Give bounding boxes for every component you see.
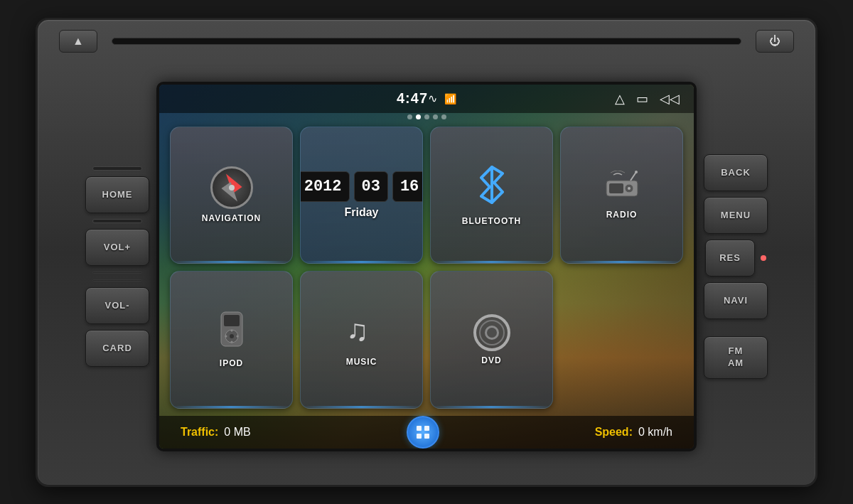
back-button[interactable]: BACK [704,154,768,191]
screen-wrapper: 4:47 ∿ 📶 △ ▭ ◁◁ [156,82,697,451]
svg-line-6 [631,172,636,181]
radio-tile[interactable]: RADIO [560,127,683,264]
speed-info: Speed: 0 km/h [595,426,672,439]
svg-rect-3 [609,183,623,193]
traffic-info: Traffic: 0 MB [181,426,251,439]
svg-rect-17 [417,426,422,431]
card-button[interactable]: CARD [85,330,149,367]
dvd-label: DVD [481,355,501,365]
status-time: 4:47 [397,90,428,107]
bluetooth-tile[interactable]: BLUETOOTH [430,127,553,264]
cd-slot [112,38,741,45]
date-display: 2012 03 16 [300,171,423,202]
grid-button[interactable] [407,416,439,449]
radio-icon [603,171,640,205]
left-slider-mid2 [92,272,142,274]
month-display: 03 [354,171,388,202]
svg-point-13 [230,341,232,343]
page-dot-5 [441,114,446,119]
dvd-outer-ring [479,320,505,345]
page-dot-1 [407,114,412,119]
left-slider-mid3 [92,279,142,282]
grid-icon [415,424,431,440]
car-unit: ▲ ⏻ HOME VOL+ VOL- CARD 4:47 ∿ [36,18,817,487]
day-display: 16 [392,171,423,202]
res-button[interactable]: RES [705,240,755,277]
svg-point-7 [635,171,638,173]
power-button[interactable]: ⏻ [756,30,794,53]
music-tile[interactable]: ♫ MUSIC [300,271,423,409]
ipod-label: IPOD [220,358,243,368]
page-dot-4 [433,114,438,119]
svg-point-11 [230,334,234,338]
home-button[interactable]: HOME [85,176,149,213]
bottom-bar: Traffic: 0 MB Speed: 0 km/h [159,416,694,449]
left-slider-mid1 [92,219,142,223]
speed-value: 0 km/h [638,426,672,439]
compass-center [229,185,235,191]
bluetooth-label: BLUETOOTH [462,216,521,226]
music-icon: ♫ [343,312,380,353]
wifi-icon: ∿ [428,92,437,105]
svg-marker-1 [481,167,492,203]
bluetooth-icon [473,163,511,212]
svg-marker-0 [492,167,503,203]
top-bar: ▲ ⏻ [38,30,815,53]
svg-point-12 [230,330,232,332]
home-screen-icon[interactable]: △ [615,91,625,107]
app-grid: NAVIGATION 2012 03 16 Friday [159,119,694,416]
radio-label: RADIO [606,210,638,220]
page-dots [159,114,694,119]
traffic-value: 0 MB [224,426,250,439]
speed-label: Speed: [595,426,633,439]
screen: 4:47 ∿ 📶 △ ▭ ◁◁ [159,85,694,449]
svg-point-5 [628,187,631,190]
back-screen-icon[interactable]: ◁◁ [660,91,680,107]
dvd-icon [473,314,510,351]
signal-icon: 📶 [444,93,456,104]
page-dot-3 [424,114,429,119]
compass-icon [210,166,253,209]
music-label: MUSIC [346,357,377,367]
svg-point-15 [236,336,238,338]
res-indicator [761,255,766,261]
navigation-tile[interactable]: NAVIGATION [170,127,293,264]
menu-button[interactable]: MENU [704,197,768,234]
svg-text:♫: ♫ [346,313,369,346]
traffic-label: Traffic: [181,426,218,439]
status-icons: ∿ 📶 [428,92,456,105]
eject-button[interactable]: ▲ [59,30,97,53]
svg-rect-18 [424,426,429,431]
ipod-icon [218,311,246,354]
window-icon[interactable]: ▭ [636,91,648,107]
dvd-tile[interactable]: DVD [430,271,553,409]
main-area: HOME VOL+ VOL- CARD 4:47 ∿ 📶 [85,82,768,451]
page-dot-2 [416,114,421,119]
status-bar: 4:47 ∿ 📶 △ ▭ ◁◁ [159,85,694,113]
svg-point-14 [225,336,227,338]
navi-button[interactable]: NAVI [704,282,768,319]
weekday-label: Friday [344,206,378,219]
right-panel: BACK MENU RES NAVI FMAM [704,154,768,379]
navigation-label: NAVIGATION [202,213,262,223]
svg-rect-9 [224,315,240,326]
svg-rect-20 [424,434,429,439]
vol-plus-button[interactable]: VOL+ [85,229,149,266]
fmam-button[interactable]: FMAM [704,336,768,379]
left-panel: HOME VOL+ VOL- CARD [85,166,149,367]
year-display: 2012 [300,171,350,202]
vol-minus-button[interactable]: VOL- [85,287,149,324]
date-tile[interactable]: 2012 03 16 Friday [300,127,423,264]
svg-rect-19 [417,434,422,439]
left-slider-top [92,166,142,171]
ipod-tile[interactable]: IPOD [170,271,293,409]
